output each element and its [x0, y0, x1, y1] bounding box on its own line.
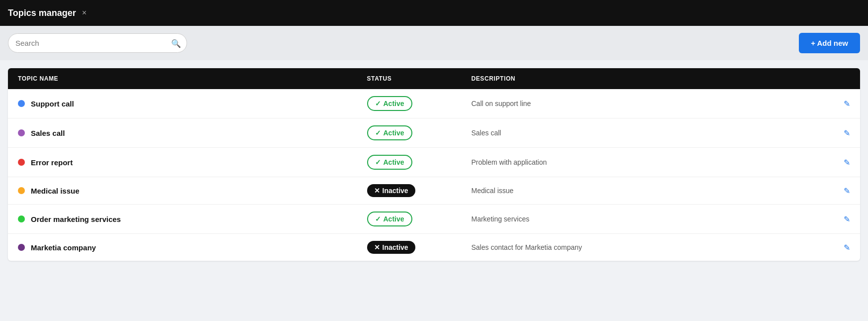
status-label: Active	[384, 129, 404, 137]
status-cell: ✓ Active	[367, 155, 467, 170]
color-dot	[18, 187, 25, 194]
status-badge[interactable]: ✓ Active	[367, 125, 412, 140]
status-badge[interactable]: ✕ Inactive	[367, 241, 415, 254]
table-row: Sales call ✓ Active Sales call ✎	[8, 118, 860, 148]
status-cell: ✓ Active	[367, 96, 467, 111]
edit-button[interactable]: ✎	[820, 99, 850, 108]
description-cell: Sales call	[472, 129, 816, 137]
status-icon: ✕	[374, 187, 380, 195]
status-cell: ✓ Active	[367, 212, 467, 226]
topic-name-cell: Sales call	[18, 129, 362, 137]
header-description: DESCRIPTION	[472, 75, 816, 82]
color-dot	[18, 215, 25, 222]
status-badge[interactable]: ✓ Active	[367, 96, 412, 111]
topic-name-cell: Medical issue	[18, 187, 362, 195]
topic-name-cell: Support call	[18, 100, 362, 108]
topic-name-cell: Marketia company	[18, 243, 362, 252]
topic-name: Order marketing services	[31, 215, 121, 223]
status-cell: ✕ Inactive	[367, 241, 467, 254]
color-dot	[18, 100, 25, 107]
status-badge[interactable]: ✓ Active	[367, 212, 412, 226]
status-icon: ✕	[374, 243, 380, 251]
status-cell: ✓ Active	[367, 125, 467, 140]
search-icon: 🔍	[171, 38, 181, 48]
edit-button[interactable]: ✎	[820, 128, 850, 138]
edit-button[interactable]: ✎	[820, 214, 850, 224]
status-label: Inactive	[383, 243, 408, 251]
search-input[interactable]	[8, 33, 187, 53]
edit-button[interactable]: ✎	[820, 243, 850, 252]
description-cell: Marketing services	[472, 215, 816, 223]
topic-name: Marketia company	[31, 243, 96, 252]
status-label: Active	[384, 215, 404, 223]
header-status: STATUS	[367, 75, 467, 82]
status-icon: ✓	[375, 129, 381, 137]
status-icon: ✓	[375, 100, 381, 107]
status-label: Active	[384, 158, 404, 166]
table-row: Medical issue ✕ Inactive Medical issue ✎	[8, 177, 860, 205]
table-header: TOPIC NAME STATUS DESCRIPTION	[8, 68, 860, 89]
topic-name: Medical issue	[31, 187, 80, 195]
description-cell: Sales contact for Marketia company	[472, 243, 816, 251]
page-title: Topics manager	[8, 8, 76, 18]
add-new-button[interactable]: + Add new	[799, 33, 860, 53]
color-dot	[18, 244, 25, 251]
topic-name: Support call	[31, 100, 74, 108]
top-bar: Topics manager ×	[0, 0, 868, 26]
topic-name-cell: Order marketing services	[18, 215, 362, 223]
table-body: Support call ✓ Active Call on support li…	[8, 89, 860, 261]
search-bar: 🔍 + Add new	[0, 26, 868, 60]
edit-button[interactable]: ✎	[820, 158, 850, 167]
status-icon: ✓	[375, 158, 381, 166]
status-badge[interactable]: ✕ Inactive	[367, 184, 415, 197]
table-row: Order marketing services ✓ Active Market…	[8, 205, 860, 234]
status-label: Active	[384, 100, 404, 107]
topic-name-cell: Error report	[18, 158, 362, 167]
header-actions	[820, 75, 850, 82]
table-row: Marketia company ✕ Inactive Sales contac…	[8, 234, 860, 261]
description-cell: Medical issue	[472, 187, 816, 195]
header-topic-name: TOPIC NAME	[18, 75, 362, 82]
close-icon[interactable]: ×	[82, 8, 87, 17]
add-new-label: + Add new	[811, 39, 848, 47]
table-row: Support call ✓ Active Call on support li…	[8, 89, 860, 118]
status-cell: ✕ Inactive	[367, 184, 467, 197]
table-row: Error report ✓ Active Problem with appli…	[8, 148, 860, 177]
color-dot	[18, 129, 25, 136]
status-label: Inactive	[383, 187, 408, 195]
description-cell: Call on support line	[472, 100, 816, 107]
description-cell: Problem with application	[472, 158, 816, 166]
status-badge[interactable]: ✓ Active	[367, 155, 412, 170]
edit-button[interactable]: ✎	[820, 186, 850, 196]
table-container: TOPIC NAME STATUS DESCRIPTION Support ca…	[8, 68, 860, 261]
topic-name: Sales call	[31, 129, 65, 137]
topic-name: Error report	[31, 158, 73, 167]
color-dot	[18, 159, 25, 166]
status-icon: ✓	[375, 215, 381, 223]
